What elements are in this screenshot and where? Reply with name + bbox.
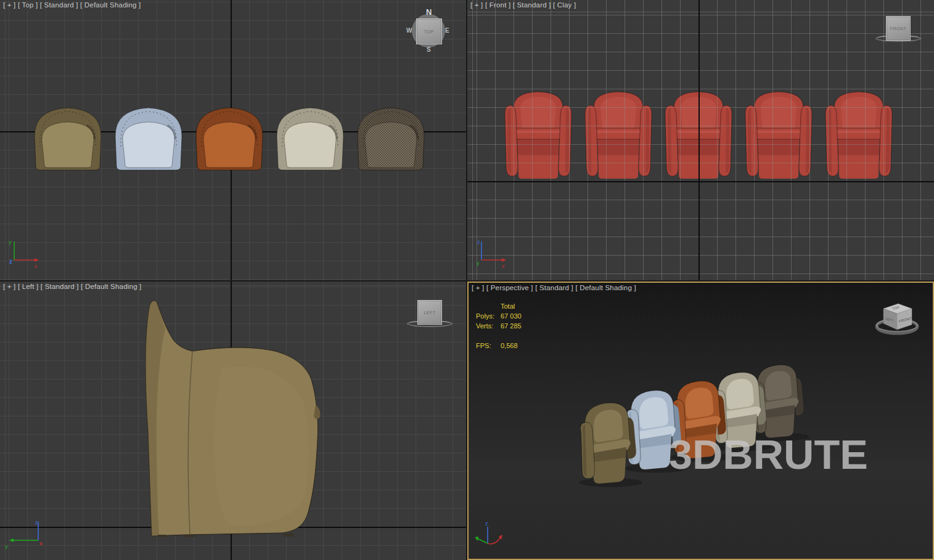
chair-front-1[interactable] [505, 92, 571, 179]
chair-top-rust[interactable] [196, 108, 263, 170]
viewport-label-front[interactable]: [ + ] [ Front ] [ Standard ] [ Clay ] [470, 1, 576, 9]
chair-top-houndstooth[interactable] [358, 108, 424, 170]
stats-fps-row: FPS:0,568 [476, 341, 522, 351]
viewcube-front-face[interactable]: FRONT [886, 16, 911, 41]
viewcube-top-face-label: TOP [424, 30, 434, 34]
viewcube-perspective[interactable]: TOP LEFT FRONT [871, 294, 924, 343]
stats-total-row: Total [476, 301, 522, 311]
left-view-geometry [0, 282, 466, 560]
stats-fps-label: FPS: [476, 341, 501, 351]
svg-text:y: y [477, 260, 480, 266]
chair-left-profile[interactable] [145, 301, 320, 537]
chair-top-olive[interactable] [35, 108, 101, 170]
viewcube-left-face-label: LEFT [424, 310, 435, 315]
stats-verts-value: 67 285 [501, 322, 522, 330]
svg-text:x: x [502, 263, 505, 269]
viewport-label-top[interactable]: [ + ] [ Top ] [ Standard ] [ Default Sha… [3, 1, 141, 9]
svg-text:z: z [9, 258, 12, 265]
stats-fps-value: 0,568 [501, 342, 518, 349]
top-view-geometry [0, 0, 466, 280]
compass-west[interactable]: W [406, 27, 412, 34]
world-axis-tripod-front: z x y [471, 235, 510, 270]
viewcube-top-face[interactable]: TOP [416, 18, 442, 44]
chair-front-4[interactable] [745, 92, 812, 179]
svg-text:z: z [477, 239, 480, 245]
compass-north[interactable]: N [426, 7, 432, 17]
stats-verts-label: Verts: [476, 321, 501, 331]
viewport-layout: [ + ] [ Top ] [ Standard ] [ Default Sha… [0, 0, 934, 560]
svg-text:x: x [35, 263, 38, 269]
stats-polys-value: 67 030 [501, 312, 522, 320]
chair-top-beige[interactable] [277, 108, 343, 170]
perspective-view-geometry [469, 283, 933, 559]
viewport-perspective-active[interactable]: 3DBRUTE [ + ] [ Perspective ] [ Standard… [467, 282, 934, 560]
stats-verts-row: Verts:67 285 [476, 321, 522, 331]
chair-front-3[interactable] [665, 92, 732, 179]
stats-polys-row: Polys:67 030 [476, 311, 522, 321]
viewport-top[interactable]: [ + ] [ Top ] [ Standard ] [ Default Sha… [0, 0, 466, 280]
watermark-3dbrute: 3DBRUTE [669, 431, 868, 478]
viewport-label-perspective[interactable]: [ + ] [ Perspective ] [ Standard ] [ Def… [472, 284, 636, 291]
chair-front-5[interactable] [825, 92, 892, 179]
svg-text:z: z [35, 519, 38, 526]
chair-top-light-blue[interactable] [115, 108, 182, 170]
chair-front-2[interactable] [585, 92, 652, 179]
svg-text:z: z [485, 521, 488, 527]
world-axis-tripod-top: y x z [4, 235, 43, 270]
viewcube-front-face-label: FRONT [890, 26, 907, 31]
viewcube-left-face[interactable]: LEFT [417, 300, 442, 325]
viewport-left[interactable]: [ + ] [ Left ] [ Standard ] [ Default Sh… [0, 282, 466, 560]
viewcube-left[interactable]: LEFT [406, 300, 455, 332]
compass-east[interactable]: E [445, 27, 449, 34]
viewport-front[interactable]: [ + ] [ Front ] [ Standard ] [ Clay ] FR… [467, 0, 934, 280]
svg-text:y: y [5, 543, 8, 550]
compass-south[interactable]: S [427, 46, 431, 53]
viewcube-front[interactable]: FRONT [874, 16, 924, 47]
front-view-geometry [467, 0, 934, 280]
svg-text:x: x [39, 540, 43, 546]
world-axis-tripod-perspective: z [473, 518, 523, 555]
svg-text:y: y [9, 239, 12, 245]
world-axis-tripod-left: z y x [1, 514, 44, 551]
statistics-panel: Total Polys:67 030 Verts:67 285 FPS:0,56… [476, 301, 522, 351]
stats-polys-label: Polys: [476, 311, 501, 321]
viewport-label-left[interactable]: [ + ] [ Left ] [ Standard ] [ Default Sh… [3, 283, 142, 290]
viewcube-compass[interactable]: N E S W TOP [407, 9, 450, 52]
stats-total-header: Total [501, 302, 515, 310]
